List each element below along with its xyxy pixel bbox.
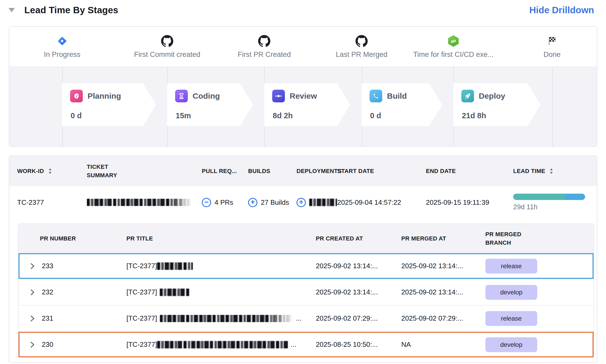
lead-time-stages-panel: In Progress First Commit created First P… bbox=[9, 26, 597, 147]
pr-number-cell: 230 bbox=[42, 332, 53, 357]
pr-title-cell: [TC-2377] ... bbox=[126, 306, 302, 331]
pr-created-at-cell: 2025-09-02 13:14:... bbox=[316, 279, 378, 305]
column-label: WORK-ID bbox=[17, 168, 44, 175]
stage-card-coding: Coding 15m bbox=[167, 83, 253, 126]
stage-duration: 8d 2h bbox=[273, 111, 293, 120]
stage-name: Build bbox=[387, 92, 407, 101]
git-commit-icon bbox=[272, 90, 285, 102]
expand-circle-plus-icon[interactable]: + bbox=[248, 198, 257, 207]
jira-icon bbox=[15, 34, 110, 48]
column-header-pr-merged-at: PR MERGED AT bbox=[401, 224, 446, 253]
page-title: Lead Time By Stages bbox=[24, 5, 118, 15]
collapse-arrow-icon[interactable] bbox=[8, 8, 15, 12]
planning-icon bbox=[70, 90, 83, 102]
milestone-first-pr: First PR Created bbox=[217, 27, 312, 59]
stage-duration: 0 d bbox=[370, 111, 381, 120]
pull-requests-toggle[interactable]: − 4 PRs bbox=[202, 186, 233, 219]
pr-number-cell: 232 bbox=[42, 279, 53, 305]
column-header-pr-number: PR NUMBER bbox=[40, 224, 76, 253]
stage-duration: 0 d bbox=[71, 111, 82, 120]
branch-badge: develop bbox=[485, 337, 537, 352]
pr-row-232[interactable]: 232 [TC-2377] 2025-09-02 13:14:... 2025-… bbox=[19, 279, 594, 305]
pr-title-masked bbox=[160, 315, 293, 322]
chevron-right-icon[interactable] bbox=[30, 332, 35, 357]
hide-drilldown-link[interactable]: Hide Drilldown bbox=[529, 5, 594, 15]
pr-merged-at-cell: NA bbox=[401, 332, 411, 357]
column-header-pr-created-at: PR CREATED AT bbox=[316, 224, 363, 253]
stage-name: Deploy bbox=[479, 92, 505, 101]
cicd-icon: ∞ bbox=[406, 34, 501, 48]
branch-badge: release bbox=[485, 259, 537, 274]
pr-title-prefix: [TC-2377] bbox=[126, 262, 157, 270]
work-table-header: WORK-ID TICKET SUMMARY PULL REQ... BUILD… bbox=[9, 156, 597, 186]
column-header-lead-time[interactable]: LEAD TIME bbox=[513, 156, 553, 186]
collapse-circle-minus-icon[interactable]: − bbox=[202, 198, 211, 207]
pr-created-at-cell: 2025-09-02 07:29:... bbox=[316, 306, 378, 331]
column-header-pull-requests: PULL REQ... bbox=[202, 156, 237, 186]
chevron-right-icon[interactable] bbox=[30, 306, 35, 331]
github-icon bbox=[314, 34, 409, 48]
pr-branch-cell: develop bbox=[485, 332, 537, 357]
stage-card-review: Review 8d 2h bbox=[264, 83, 350, 126]
lead-time-cell: 29d 11h bbox=[513, 186, 585, 219]
chevron-right-icon[interactable] bbox=[30, 253, 35, 279]
milestone-first-commit: First Commit created bbox=[120, 27, 215, 59]
milestone-label: Time for first CI/CD exe... bbox=[406, 51, 501, 59]
builds-count: 27 Builds bbox=[261, 198, 289, 207]
stage-duration: 21d 8h bbox=[462, 111, 486, 120]
pr-merged-at-cell: 2025-09-02 07:29:... bbox=[401, 306, 463, 331]
branch-badge: develop bbox=[485, 285, 537, 300]
pr-title-prefix: [TC-2377] bbox=[126, 340, 157, 349]
milestone-in-progress: In Progress bbox=[15, 27, 110, 59]
stage-divider bbox=[552, 66, 553, 146]
stage-card-planning: Planning 0 d bbox=[62, 83, 156, 126]
pr-created-at-cell: 2025-08-25 10:50:... bbox=[316, 332, 378, 357]
deployments-toggle[interactable]: + bbox=[297, 186, 337, 219]
column-header-pr-merged-branch: PR MERGED BRANCH bbox=[485, 224, 529, 253]
column-header-work-id[interactable]: WORK-ID bbox=[17, 156, 52, 186]
column-header-end-date: END DATE bbox=[426, 156, 456, 186]
pr-title-cell: [TC-2377] ... bbox=[126, 332, 296, 357]
column-header-deployments: DEPLOYMENTS bbox=[297, 156, 342, 186]
drilldown-header: Lead Time By Stages Hide Drilldown bbox=[8, 4, 597, 18]
pr-title-masked bbox=[160, 289, 189, 296]
pr-title-prefix: [TC-2377] bbox=[126, 288, 157, 296]
milestone-label: First Commit created bbox=[120, 51, 215, 59]
milestone-done: Done bbox=[504, 27, 600, 59]
pr-title-suffix: ... bbox=[291, 340, 297, 349]
pr-number-cell: 231 bbox=[42, 306, 53, 331]
column-header-pr-title: PR TITLE bbox=[126, 224, 153, 253]
pr-count: 4 PRs bbox=[215, 198, 233, 207]
pr-title-prefix: [TC-2377] bbox=[126, 314, 157, 322]
pr-row-233[interactable]: 233 [TC-2377] 2025-09-02 13:14:... 2025-… bbox=[19, 253, 594, 279]
pr-branch-cell: release bbox=[485, 306, 537, 331]
builds-toggle[interactable]: + 27 Builds bbox=[248, 186, 289, 219]
stage-duration: 15m bbox=[176, 111, 191, 120]
pr-branch-cell: release bbox=[485, 253, 537, 279]
pr-row-231[interactable]: 231 [TC-2377] ... 2025-09-02 07:29:... 2… bbox=[19, 305, 594, 331]
chevron-right-icon[interactable] bbox=[30, 279, 35, 305]
pr-table-header: PR NUMBER PR TITLE PR CREATED AT PR MERG… bbox=[19, 224, 594, 253]
pr-merged-at-cell: 2025-09-02 13:14:... bbox=[401, 279, 463, 305]
expand-circle-plus-icon[interactable]: + bbox=[297, 198, 306, 207]
stage-name: Review bbox=[290, 92, 317, 101]
pr-number-cell: 233 bbox=[42, 253, 53, 279]
milestone-label: Last PR Merged bbox=[314, 51, 409, 59]
column-header-builds: BUILDS bbox=[248, 156, 270, 186]
pr-title-cell: [TC-2377] bbox=[126, 279, 192, 305]
pr-title-masked bbox=[157, 341, 288, 348]
github-icon bbox=[217, 34, 312, 48]
work-item-row: TC-2377 − 4 PRs + 27 Builds + 2025-09-04… bbox=[9, 186, 597, 219]
pr-sub-table: PR NUMBER PR TITLE PR CREATED AT PR MERG… bbox=[18, 224, 594, 356]
start-date-cell: 2025-09-04 14:57:22 bbox=[337, 186, 401, 219]
pr-row-230[interactable]: 230 [TC-2377] ... 2025-08-25 10:50:... N… bbox=[19, 331, 594, 357]
sort-icon[interactable] bbox=[48, 168, 52, 174]
stage-card-build: Build 0 d bbox=[362, 83, 442, 126]
lead-time-bar bbox=[513, 194, 585, 200]
rocket-icon bbox=[461, 90, 474, 102]
sort-icon[interactable] bbox=[549, 168, 553, 174]
end-date-cell: 2025-09-15 19:11:39 bbox=[426, 186, 489, 219]
lead-time-bar-segment-2 bbox=[566, 194, 585, 200]
milestone-last-pr-merged: Last PR Merged bbox=[314, 27, 409, 59]
ticket-summary-masked bbox=[87, 186, 191, 219]
